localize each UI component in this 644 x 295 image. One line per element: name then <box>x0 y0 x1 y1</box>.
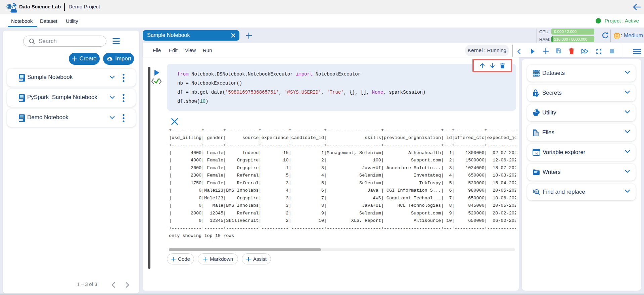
svg-text:(x): (x) <box>535 190 538 193</box>
svg-text:(x): (x) <box>535 152 538 155</box>
